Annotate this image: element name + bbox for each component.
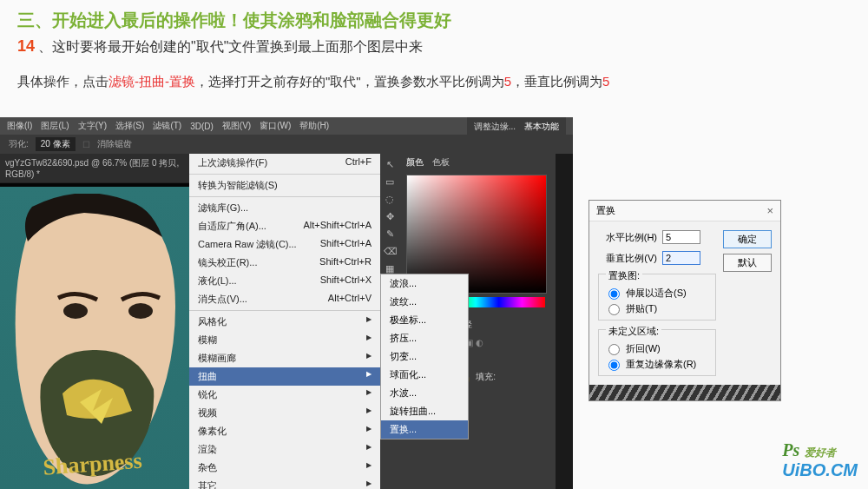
instr-mid2: ，垂直比例调为: [511, 74, 602, 89]
dialog-strip: [589, 385, 780, 400]
instr-path-distort: 扭曲: [139, 74, 165, 89]
submenu-zigzag[interactable]: 水波...: [381, 384, 468, 402]
fill-label: 填充:: [476, 371, 496, 383]
default-button[interactable]: 默认: [723, 254, 772, 272]
wrap-label: 折回(W): [626, 342, 661, 355]
menu-liquify[interactable]: 液化(L)...Shift+Ctrl+X: [189, 272, 380, 290]
submenu-spherize[interactable]: 球面化...: [381, 366, 468, 384]
menu-filter[interactable]: 滤镜(T): [153, 120, 181, 132]
menu-3d[interactable]: 3D(D): [190, 122, 214, 131]
undefined-area-group: 未定义区域: 折回(W) 重复边缘像素(R): [598, 329, 716, 376]
menu-select[interactable]: 选择(S): [115, 120, 144, 132]
adjust-edge-button[interactable]: 调整边缘...: [474, 121, 516, 133]
menu-image[interactable]: 图像(I): [7, 120, 32, 132]
menu-video[interactable]: 视频: [189, 404, 380, 422]
wm-ps-icon: Ps: [782, 440, 799, 459]
wrap-radio[interactable]: [608, 344, 620, 355]
submenu-ripple[interactable]: 波纹...: [381, 293, 468, 311]
undef-group-title: 未定义区域:: [606, 325, 661, 338]
svg-point-0: [63, 303, 88, 319]
move-tool-icon[interactable]: ↖: [384, 159, 396, 171]
watermark: Ps 爱好者 UiBO.CM: [782, 440, 858, 480]
eraser-tool-icon[interactable]: ⌫: [384, 246, 396, 258]
menu-lens-correction[interactable]: 镜头校正(R)...Shift+Ctrl+R: [189, 254, 380, 272]
antialias-label: 消除锯齿: [97, 138, 132, 150]
menu-convert-smart[interactable]: 转换为智能滤镜(S): [189, 176, 380, 195]
submenu-polar[interactable]: 极坐标...: [381, 311, 468, 329]
wm-u: U: [782, 460, 794, 479]
crop-tool-icon[interactable]: ✥: [384, 211, 396, 223]
displacement-map-group: 置换图: 伸展以适合(S) 拼贴(T): [598, 274, 716, 320]
menu-blur[interactable]: 模糊: [189, 331, 380, 349]
photoshop-screenshot: 图像(I) 图层(L) 文字(Y) 选择(S) 滤镜(T) 3D(D) 视图(V…: [0, 117, 573, 489]
v-scale-input[interactable]: [662, 251, 700, 265]
instr-path-filter: 滤镜: [108, 74, 135, 89]
menu-window[interactable]: 窗口(W): [260, 120, 291, 132]
swatches-tab[interactable]: 色板: [432, 156, 450, 169]
menu-distort[interactable]: 扭曲: [189, 367, 380, 386]
submenu-shear[interactable]: 切变...: [381, 347, 468, 366]
ps-workspace-tabs: 调整边缘... 基本功能: [467, 117, 566, 136]
color-panel-tabs: 颜色 色板: [399, 154, 556, 171]
stretch-radio[interactable]: [608, 288, 620, 300]
stretch-label: 伸展以适合(S): [626, 287, 687, 300]
wm-o: O: [812, 460, 826, 479]
lasso-tool-icon[interactable]: ◌: [384, 194, 396, 206]
marquee-tool-icon[interactable]: ▭: [384, 176, 396, 188]
document-tab[interactable]: vgYzGTw82&690.psd @ 66.7% (图层 0 拷贝, RGB/…: [0, 154, 189, 183]
submenu-displace[interactable]: 置换...: [381, 420, 468, 439]
dialog-title-text: 置换: [596, 204, 615, 217]
menu-filter-gallery[interactable]: 滤镜库(G)...: [189, 199, 380, 217]
instr-prefix: 具体操作，点击: [17, 74, 108, 89]
menu-camera-raw[interactable]: Camera Raw 滤镜(C)...Shift+Ctrl+A: [189, 235, 380, 254]
section-heading: 三、开始进入最后的操作啦！使其涂鸦和脸部融合得更好: [0, 0, 868, 32]
face-graphic: Sharpness: [2, 194, 184, 489]
h-scale-input[interactable]: [662, 230, 700, 244]
menu-render[interactable]: 渲染: [189, 440, 380, 459]
menu-layer[interactable]: 图层(L): [41, 120, 69, 132]
map-group-title: 置换图:: [606, 269, 642, 282]
menu-other[interactable]: 其它: [189, 477, 380, 489]
menu-type[interactable]: 文字(Y): [78, 120, 107, 132]
ok-button[interactable]: 确定: [723, 230, 772, 248]
workspace-basic[interactable]: 基本功能: [524, 121, 559, 133]
wm-b: B: [799, 460, 812, 479]
submenu-wave[interactable]: 波浪...: [381, 274, 468, 293]
menu-blur-gallery[interactable]: 模糊画廊: [189, 349, 380, 367]
displace-dialog: 置换 × 水平比例(H) 垂直比例(V) 置换图: 伸展以适合(S) 拼贴(T)…: [589, 200, 781, 401]
menu-sharpen[interactable]: 锐化: [189, 386, 380, 404]
filter-menu-dropdown: 上次滤镜操作(F)Ctrl+F 转换为智能滤镜(S) 滤镜库(G)... 自适应…: [189, 154, 380, 489]
instr-middle: ，选择打开之前存好的"取代"，置换参数水平比例调为: [195, 74, 504, 89]
tile-radio[interactable]: [608, 304, 620, 315]
distort-submenu: 波浪... 波纹... 极坐标... 挤压... 切变... 球面化... 水波…: [380, 274, 469, 439]
instr-val-v: 5: [602, 74, 609, 89]
feather-input[interactable]: 20 像素: [36, 137, 76, 151]
step-line: 14、这时要将最开始创建的"取代"文件置换到最上面那个图层中来: [0, 32, 868, 56]
menu-pixelate[interactable]: 像素化: [189, 422, 380, 440]
menu-last-filter[interactable]: 上次滤镜操作(F)Ctrl+F: [189, 154, 380, 172]
submenu-pinch[interactable]: 挤压...: [381, 329, 468, 347]
repeat-edge-radio[interactable]: [608, 360, 620, 371]
menu-stylize[interactable]: 风格化: [189, 313, 380, 331]
menu-vanishing-point[interactable]: 消失点(V)...Alt+Ctrl+V: [189, 290, 380, 308]
svg-point-1: [128, 303, 153, 319]
step-sep: 、: [38, 39, 52, 54]
menu-noise[interactable]: 杂色: [189, 459, 380, 477]
menu-help[interactable]: 帮助(H): [299, 120, 329, 132]
color-tab-active[interactable]: 颜色: [406, 156, 424, 169]
instruction-line: 具体操作，点击滤镜-扭曲-置换，选择打开之前存好的"取代"，置换参数水平比例调为…: [0, 56, 868, 99]
wm-care-text: 爱好者: [805, 446, 836, 459]
submenu-twirl[interactable]: 旋转扭曲...: [381, 402, 468, 420]
tile-label: 拼贴(T): [626, 302, 657, 315]
step-text: 这时要将最开始创建的"取代"文件置换到最上面那个图层中来: [52, 39, 423, 54]
menu-view[interactable]: 视图(V): [222, 120, 251, 132]
wm-c: C: [831, 460, 843, 479]
dialog-titlebar: 置换 ×: [589, 201, 780, 221]
wm-m: M: [843, 460, 858, 479]
step-number: 14: [17, 37, 35, 55]
menu-adaptive-wide[interactable]: 自适应广角(A)...Alt+Shift+Ctrl+A: [189, 217, 380, 235]
v-scale-label: 垂直比例(V): [598, 252, 657, 265]
close-icon[interactable]: ×: [766, 204, 773, 217]
brush-tool-icon[interactable]: ✎: [384, 228, 396, 241]
instr-val-h: 5: [504, 74, 511, 89]
